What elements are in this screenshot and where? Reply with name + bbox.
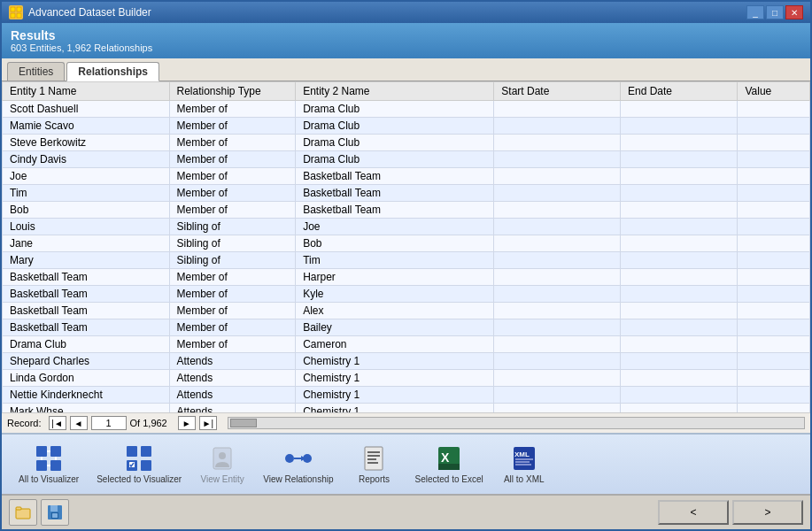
cell-enddate <box>620 219 737 235</box>
cell-entity1: Cindy Davis <box>3 151 170 168</box>
cell-value <box>738 202 810 219</box>
selected-to-visualizer-label: Selected to Visualizer <box>97 474 182 484</box>
cell-enddate <box>620 252 737 269</box>
table-row[interactable]: Scott DashuellMember ofDrama Club <box>3 101 810 118</box>
cell-reltype: Member of <box>169 202 296 219</box>
tab-relationships[interactable]: Relationships <box>66 62 159 81</box>
cell-entity2: Bob <box>296 235 494 252</box>
cell-entity1: Mark Whse <box>3 404 170 413</box>
table-scroll[interactable]: Entity 1 Name Relationship Type Entity 2… <box>2 81 810 412</box>
cell-enddate <box>620 151 737 168</box>
cell-startdate <box>494 118 621 135</box>
all-to-visualizer-label: All to Visualizer <box>19 474 79 484</box>
table-row[interactable]: Basketball TeamMember ofAlex <box>3 303 810 319</box>
cell-startdate <box>494 135 621 151</box>
col-header-entity2[interactable]: Entity 2 Name <box>296 82 494 101</box>
cell-value <box>738 353 810 370</box>
all-to-visualizer-button[interactable]: All to Visualizer <box>11 440 87 489</box>
table-row[interactable]: Linda GordonAttendsChemistry 1 <box>3 370 810 387</box>
table-row[interactable]: Basketball TeamMember ofBailey <box>3 319 810 336</box>
cell-entity2: Basketball Team <box>296 202 494 219</box>
cell-startdate <box>494 168 621 185</box>
table-row[interactable]: BobMember ofBasketball Team <box>3 202 810 219</box>
view-relationship-button[interactable]: View Relationship <box>255 440 341 489</box>
back-button[interactable]: < <box>658 500 729 525</box>
cell-reltype: Sibling of <box>169 252 296 269</box>
cell-entity2: Cameron <box>296 336 494 353</box>
reports-button[interactable]: Reports <box>343 440 405 489</box>
svg-rect-7 <box>50 460 61 471</box>
table-row[interactable]: Nettie KinderknechtAttendsChemistry 1 <box>3 387 810 404</box>
nav-first-button[interactable]: |◄ <box>49 416 66 430</box>
nav-next-button[interactable]: ► <box>178 416 196 430</box>
cell-enddate <box>620 235 737 252</box>
cell-entity2: Chemistry 1 <box>296 404 494 413</box>
cell-enddate <box>620 118 737 135</box>
svg-rect-36 <box>16 509 30 519</box>
table-row[interactable]: Steve BerkowitzMember ofDrama Club <box>3 135 810 151</box>
cell-startdate <box>494 185 621 202</box>
svg-point-18 <box>219 452 226 459</box>
save-button[interactable] <box>41 499 69 526</box>
cell-reltype: Member of <box>169 319 296 336</box>
selected-to-excel-button[interactable]: X Selected to Excel <box>406 440 491 489</box>
maximize-button[interactable]: □ <box>766 5 784 19</box>
cell-startdate <box>494 252 621 269</box>
minimize-button[interactable]: _ <box>746 5 764 19</box>
cell-entity2: Basketball Team <box>296 168 494 185</box>
cell-value <box>738 319 810 336</box>
cell-value <box>738 168 810 185</box>
table-row[interactable]: TimMember ofBasketball Team <box>3 185 810 202</box>
table-row[interactable]: Cindy DavisMember ofDrama Club <box>3 151 810 168</box>
tab-bar: Entities Relationships <box>2 58 810 81</box>
cell-reltype: Member of <box>169 336 296 353</box>
horizontal-scrollbar[interactable] <box>228 417 805 429</box>
cell-value <box>738 151 810 168</box>
close-button[interactable]: ✕ <box>785 5 803 19</box>
app-title: Advanced Dataset Builder <box>28 6 151 19</box>
table-row[interactable]: Mark WhseAttendsChemistry 1 <box>3 404 810 413</box>
cell-entity1: Shepard Charles <box>3 353 170 370</box>
cell-value <box>738 336 810 353</box>
cell-startdate <box>494 336 621 353</box>
cell-startdate <box>494 319 621 336</box>
col-header-entity1[interactable]: Entity 1 Name <box>3 82 170 101</box>
cell-enddate <box>620 336 737 353</box>
open-button[interactable] <box>9 499 37 526</box>
col-header-enddate[interactable]: End Date <box>620 82 737 101</box>
svg-rect-35 <box>515 464 531 466</box>
cell-reltype: Attends <box>169 387 296 404</box>
cell-startdate <box>494 101 621 118</box>
table-row[interactable]: LouisSibling ofJoe <box>3 219 810 235</box>
tab-entities[interactable]: Entities <box>7 62 65 81</box>
cell-reltype: Sibling of <box>169 219 296 235</box>
table-row[interactable]: JaneSibling ofBob <box>3 235 810 252</box>
table-row[interactable]: Basketball TeamMember ofKyle <box>3 286 810 303</box>
cell-reltype: Member of <box>169 118 296 135</box>
all-to-visualizer-icon <box>35 444 63 473</box>
svg-rect-24 <box>367 451 380 453</box>
bottom-right-buttons: < > <box>658 500 803 525</box>
record-current-input[interactable] <box>91 416 127 430</box>
table-row[interactable]: Shepard CharlesAttendsChemistry 1 <box>3 353 810 370</box>
selected-to-visualizer-button[interactable]: Selected to Visualizer <box>89 440 189 489</box>
svg-rect-2 <box>11 13 15 18</box>
cell-entity1: Basketball Team <box>3 303 170 319</box>
table-row[interactable]: Mamie ScavoMember ofDrama Club <box>3 118 810 135</box>
table-row[interactable]: Basketball TeamMember ofHarper <box>3 269 810 286</box>
all-to-xml-button[interactable]: XML All to XML <box>493 440 555 489</box>
cell-entity2: Chemistry 1 <box>296 353 494 370</box>
cell-entity1: Basketball Team <box>3 319 170 336</box>
table-row[interactable]: JoeMember ofBasketball Team <box>3 168 810 185</box>
forward-button[interactable]: > <box>732 500 803 525</box>
svg-point-19 <box>285 454 294 463</box>
cell-entity2: Chemistry 1 <box>296 387 494 404</box>
nav-last-button[interactable]: ►| <box>199 416 217 430</box>
nav-prev-button[interactable]: ◄ <box>70 416 88 430</box>
table-row[interactable]: Drama ClubMember ofCameron <box>3 336 810 353</box>
col-header-startdate[interactable]: Start Date <box>494 82 621 101</box>
col-header-value[interactable]: Value <box>738 82 810 101</box>
view-relationship-label: View Relationship <box>263 474 333 484</box>
table-row[interactable]: MarySibling ofTim <box>3 252 810 269</box>
col-header-reltype[interactable]: Relationship Type <box>169 82 296 101</box>
